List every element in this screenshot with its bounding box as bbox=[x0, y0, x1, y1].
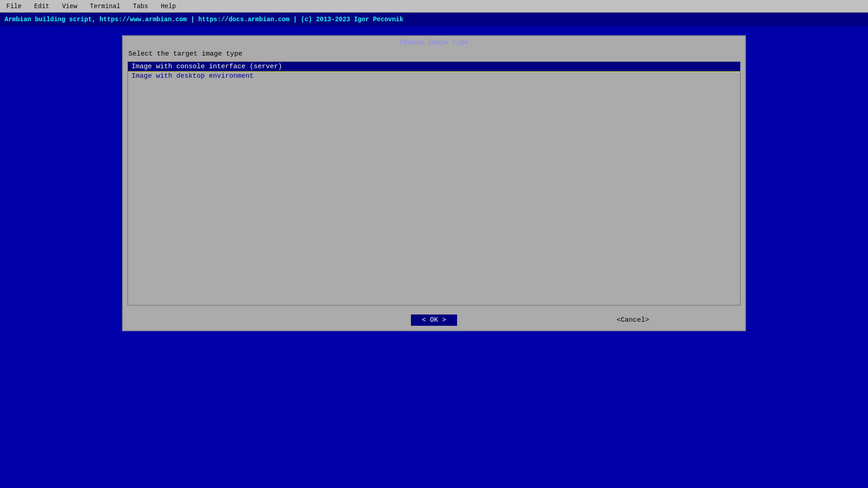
taskbar bbox=[0, 465, 868, 488]
image-type-list[interactable]: Image with console interface (server) Im… bbox=[127, 61, 741, 305]
dialog-title: Choose image type bbox=[123, 36, 745, 48]
menu-file[interactable]: File bbox=[4, 2, 24, 11]
list-item-desktop[interactable]: Image with desktop environment bbox=[128, 71, 740, 81]
list-item-server[interactable]: Image with console interface (server) bbox=[128, 62, 740, 71]
title-text: Armbian building script, https://www.arm… bbox=[5, 16, 403, 23]
menu-view[interactable]: View bbox=[59, 2, 80, 11]
list-item-desktop-text: Image with desktop environment bbox=[132, 72, 254, 80]
terminal-area: Choose image type Select the target imag… bbox=[0, 26, 868, 465]
title-bar: Armbian building script, https://www.arm… bbox=[0, 13, 868, 26]
menu-bar: File Edit View Terminal Tabs Help bbox=[0, 0, 868, 13]
menu-edit[interactable]: Edit bbox=[32, 2, 52, 11]
cancel-button[interactable]: <Cancel> bbox=[611, 314, 655, 326]
button-row: < OK > <Cancel> bbox=[123, 310, 745, 330]
dialog-subtitle: Select the target image type bbox=[123, 48, 745, 61]
dialog-box: Choose image type Select the target imag… bbox=[122, 35, 746, 331]
list-item-server-text: Image with console interface (server) bbox=[132, 63, 282, 70]
menu-tabs[interactable]: Tabs bbox=[130, 2, 151, 11]
menu-terminal[interactable]: Terminal bbox=[87, 2, 123, 11]
menu-help[interactable]: Help bbox=[158, 2, 179, 11]
ok-button[interactable]: < OK > bbox=[411, 314, 457, 326]
